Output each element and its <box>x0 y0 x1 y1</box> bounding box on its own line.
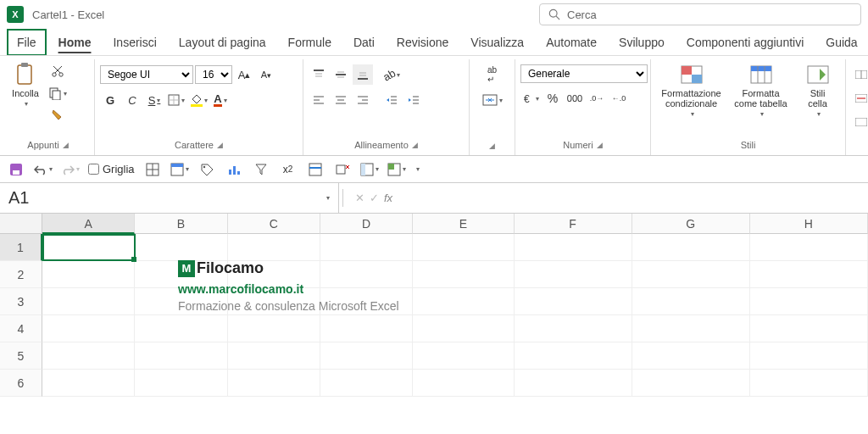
row-header-1[interactable]: 1 <box>0 234 42 261</box>
svg-line-7 <box>53 66 60 73</box>
active-cell[interactable] <box>42 234 136 261</box>
qat-color-fill-button[interactable]: ▾ <box>387 160 406 179</box>
format-painter-button[interactable] <box>47 105 68 125</box>
save-button[interactable] <box>7 160 25 179</box>
number-format-select[interactable]: Generale <box>520 64 648 83</box>
redo-button[interactable]: ▾ <box>61 160 80 179</box>
search-box[interactable]: Cerca <box>539 3 861 25</box>
format-cells-button[interactable] <box>851 112 868 132</box>
decrease-font-button[interactable]: A▾ <box>256 64 276 85</box>
tab-view[interactable]: Visualizza <box>460 29 534 56</box>
tab-review[interactable]: Revisione <box>387 29 459 56</box>
column-header-A[interactable]: A <box>42 214 135 234</box>
wrap-text-button[interactable]: ab↵ <box>477 64 508 85</box>
qat-filter-button[interactable] <box>252 160 270 179</box>
tab-developer[interactable]: Sviluppo <box>609 29 675 56</box>
dialog-launcher-icon[interactable]: ◢ <box>412 141 418 149</box>
align-bottom-button[interactable] <box>353 64 373 85</box>
align-left-button[interactable] <box>309 90 329 110</box>
paste-button[interactable]: Incolla ▾ <box>7 61 44 109</box>
enter-formula-button[interactable]: ✓ <box>370 192 379 204</box>
qat-table-button[interactable]: ▾ <box>170 160 189 179</box>
increase-font-button[interactable]: A▴ <box>234 64 254 85</box>
cond-format-icon <box>681 65 703 84</box>
dialog-launcher-icon[interactable]: ◢ <box>597 141 603 149</box>
dialog-launcher-icon[interactable]: ◢ <box>489 142 495 150</box>
group-font-label: Carattere <box>175 140 214 150</box>
bold-button[interactable]: G <box>100 90 120 110</box>
tab-automate[interactable]: Automate <box>536 29 607 56</box>
qat-pivot-button[interactable]: ▾ <box>360 160 379 179</box>
format-as-table-button[interactable]: Formatta come tabella▾ <box>729 61 793 120</box>
font-name-select[interactable]: Segoe UI <box>100 65 193 84</box>
clipboard-icon <box>14 62 36 87</box>
insert-cells-button[interactable] <box>851 64 868 85</box>
name-box[interactable]: A1 ▾ <box>0 183 339 213</box>
qat-customize-button[interactable]: ▾ <box>416 165 420 173</box>
accounting-format-button[interactable]: €▾ <box>520 88 541 108</box>
qat-chart-button[interactable] <box>225 160 243 179</box>
dialog-launcher-icon[interactable]: ◢ <box>217 141 223 149</box>
underline-button[interactable]: S▾ <box>144 90 164 110</box>
decrease-indent-button[interactable] <box>381 90 402 110</box>
column-header-D[interactable]: D <box>320 214 413 234</box>
italic-button[interactable]: C <box>122 90 142 110</box>
comma-format-button[interactable]: 000 <box>565 88 585 108</box>
align-middle-button[interactable] <box>331 64 351 85</box>
column-header-F[interactable]: F <box>515 214 632 234</box>
search-placeholder: Cerca <box>567 8 597 21</box>
increase-decimal-button[interactable]: .0→ <box>587 88 607 108</box>
tab-insert[interactable]: Inserisci <box>103 29 166 56</box>
fill-color-button[interactable]: ▾ <box>188 90 209 110</box>
tab-home[interactable]: Home <box>48 29 102 56</box>
merge-cells-button[interactable]: ▾ <box>477 90 508 110</box>
column-header-C[interactable]: C <box>228 214 320 234</box>
svg-text:€: € <box>524 93 530 104</box>
align-right-button[interactable] <box>353 90 373 110</box>
qat-tag-button[interactable] <box>198 160 216 179</box>
row-header-2[interactable]: 2 <box>0 261 42 288</box>
dialog-launcher-icon[interactable]: ◢ <box>63 141 69 149</box>
align-center-button[interactable] <box>331 90 351 110</box>
cell-styles-button[interactable]: Stili cella▾ <box>797 61 839 120</box>
percent-format-button[interactable]: % <box>542 88 563 108</box>
group-styles-label: Stili <box>741 140 756 150</box>
row-header-6[interactable]: 6 <box>0 370 42 397</box>
cancel-formula-button[interactable]: ✕ <box>355 192 364 204</box>
align-top-button[interactable] <box>309 64 329 85</box>
conditional-formatting-button[interactable]: Formattazione condizionale▾ <box>658 61 726 120</box>
undo-icon <box>34 164 47 175</box>
worksheet-grid[interactable]: ABCDEFGH 123456 MFilocamo www.marcofiloc… <box>0 214 868 397</box>
column-header-E[interactable]: E <box>413 214 514 234</box>
orientation-button[interactable]: ab▾ <box>381 64 402 85</box>
fill-handle[interactable] <box>131 257 136 262</box>
column-header-H[interactable]: H <box>750 214 868 234</box>
delete-cells-button[interactable] <box>851 88 868 108</box>
increase-indent-button[interactable] <box>403 90 424 110</box>
row-header-3[interactable]: 3 <box>0 288 42 315</box>
qat-freeze-button[interactable] <box>306 160 325 179</box>
tab-file[interactable]: File <box>7 29 47 56</box>
decrease-decimal-button[interactable]: ←.0 <box>609 88 629 108</box>
copy-button[interactable]: ▾ <box>47 83 68 103</box>
tab-data[interactable]: Dati <box>343 29 385 56</box>
fx-button[interactable]: fx <box>384 192 392 204</box>
borders-button[interactable]: ▾ <box>166 90 186 110</box>
tab-addins[interactable]: Componenti aggiuntivi <box>676 29 815 56</box>
select-all-corner[interactable] <box>0 214 42 234</box>
gridlines-toggle[interactable]: Griglia <box>88 163 135 175</box>
font-size-select[interactable]: 16 <box>195 65 232 84</box>
tab-help[interactable]: Guida <box>815 29 867 56</box>
cut-button[interactable] <box>47 61 68 81</box>
qat-borders-button[interactable] <box>143 160 162 179</box>
qat-superscript-button[interactable]: x2 <box>279 160 298 179</box>
row-header-4[interactable]: 4 <box>0 315 42 342</box>
undo-button[interactable]: ▾ <box>34 160 53 179</box>
row-header-5[interactable]: 5 <box>0 342 42 370</box>
qat-remove-dup-button[interactable] <box>333 160 352 179</box>
column-header-G[interactable]: G <box>632 214 750 234</box>
font-color-button[interactable]: A▾ <box>210 90 231 110</box>
column-header-B[interactable]: B <box>135 214 227 234</box>
tab-page-layout[interactable]: Layout di pagina <box>169 29 276 56</box>
tab-formulas[interactable]: Formule <box>278 29 342 56</box>
